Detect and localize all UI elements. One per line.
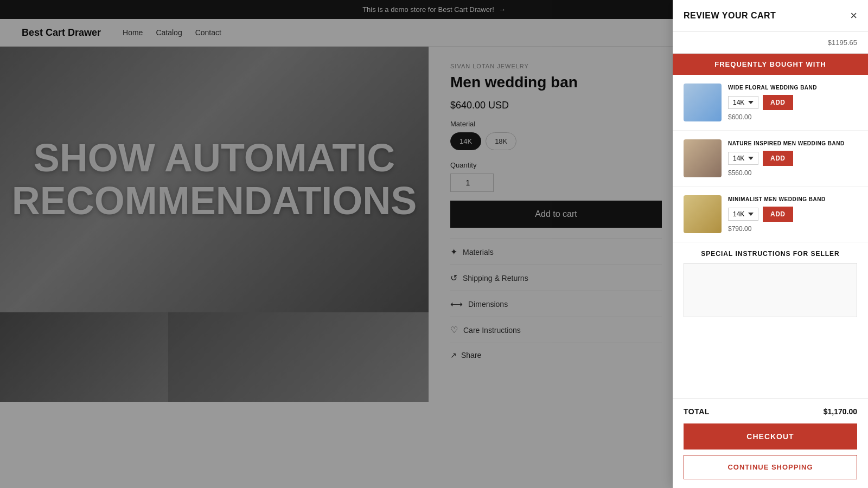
rec-select-row-2: 14K 18K ADD (728, 207, 857, 222)
accordion-care[interactable]: ♡ Care Instructions (450, 317, 662, 343)
rec-image-1 (684, 139, 722, 177)
cart-drawer: REVIEW YOUR CART × $1195.65 FREQUENTLY B… (673, 0, 868, 402)
material-18k[interactable]: 18K (486, 132, 516, 150)
rec-details-0: WIDE FLORAL WEDDING BAND 14K 18K ADD $60… (728, 85, 857, 121)
product-image-main: SHOW AUTOMATIC RECOMMENDATIONS (0, 47, 429, 312)
rec-details-2: MINIMALIST MEN WEDDING BAND 14K 18K ADD … (728, 196, 857, 233)
accordion-shipping-label: Shipping & Returns (463, 274, 528, 282)
product-info: SIVAN LOTAN JEWELRY Men wedding ban $640… (429, 47, 678, 402)
product-price: $640.00 USD (450, 100, 662, 111)
rec-select-2[interactable]: 14K 18K (728, 208, 758, 221)
nav-logo: Best Cart Drawer (22, 27, 101, 38)
accordion-dimensions-label: Dimensions (468, 300, 508, 309)
add-to-cart-button[interactable]: Add to cart (450, 201, 662, 228)
dimensions-icon: ⟷ (450, 299, 463, 309)
rec-name-1: NATURE INSPIRED MEN WEDDING BAND (728, 140, 857, 146)
rec-item-0: WIDE FLORAL WEDDING BAND 14K 18K ADD $60… (673, 75, 868, 131)
cart-header: REVIEW YOUR CART × (673, 0, 868, 32)
nav-links: Home Catalog Contact (123, 28, 221, 37)
cart-close-button[interactable]: × (850, 10, 857, 22)
banner-arrow: → (499, 5, 506, 14)
product-brand: SIVAN LOTAN JEWELRY (450, 63, 662, 69)
cart-title: REVIEW YOUR CART (684, 11, 776, 21)
product-accordion: ✦ Materials ↺ Shipping & Returns ⟷ Dimen… (450, 239, 662, 343)
product-images: SHOW AUTOMATIC RECOMMENDATIONS (0, 47, 429, 402)
rec-image-0 (684, 84, 722, 121)
accordion-materials[interactable]: ✦ Materials (450, 239, 662, 265)
accordion-dimensions[interactable]: ⟷ Dimensions (450, 291, 662, 317)
special-instructions: SPECIAL INSTRUCTIONS FOR SELLER (673, 242, 868, 328)
rec-item-1: NATURE INSPIRED MEN WEDDING BAND 14K 18K… (673, 131, 868, 187)
share-icon: ↗ (450, 351, 457, 359)
material-options: 14K 18K (450, 132, 662, 150)
materials-icon: ✦ (450, 247, 457, 257)
fbt-label: FREQUENTLY BOUGHT WITH (714, 60, 826, 68)
material-14k[interactable]: 14K (450, 132, 481, 150)
share-label: Share (461, 351, 481, 359)
quantity-label: Quantity (450, 161, 662, 169)
rec-select-1[interactable]: 14K 18K (728, 152, 758, 165)
fbt-section: FREQUENTLY BOUGHT WITH (673, 54, 868, 75)
rec-price-0: $600.00 (728, 113, 857, 121)
rec-select-row-1: 14K 18K ADD (728, 151, 857, 166)
rec-price-2: $790.00 (728, 225, 857, 233)
special-instructions-input[interactable] (684, 263, 857, 317)
rec-price-1: $560.00 (728, 169, 857, 177)
accordion-materials-label: Materials (463, 248, 494, 256)
nav-contact[interactable]: Contact (195, 28, 221, 37)
special-instructions-title: SPECIAL INSTRUCTIONS FOR SELLER (684, 242, 857, 263)
rec-add-button-2[interactable]: ADD (763, 207, 793, 222)
rec-details-1: NATURE INSPIRED MEN WEDDING BAND 14K 18K… (728, 140, 857, 177)
rec-select-row-0: 14K 18K ADD (728, 95, 857, 110)
accordion-care-label: Care Instructions (463, 326, 521, 335)
banner-text: This is a demo store for Best Cart Drawe… (362, 5, 494, 14)
accordion-shipping[interactable]: ↺ Shipping & Returns (450, 265, 662, 291)
cart-body: $1195.65 FREQUENTLY BOUGHT WITH WIDE FLO… (673, 32, 868, 398)
rec-name-0: WIDE FLORAL WEDDING BAND (728, 85, 857, 91)
cart-item-partial: $1195.65 (673, 32, 868, 54)
rec-name-2: MINIMALIST MEN WEDDING BAND (728, 196, 857, 202)
nav-home[interactable]: Home (123, 28, 143, 37)
material-label: Material (450, 120, 662, 128)
product-images-row (0, 312, 429, 402)
product-thumb-2 (168, 312, 429, 402)
care-icon: ♡ (450, 325, 458, 335)
product-thumb-1 (0, 312, 168, 402)
product-title: Men wedding ban (450, 74, 662, 91)
rec-select-0[interactable]: 14K 18K (728, 96, 758, 109)
cart-footer: TOTAL $1,170.00 CHECKOUT CONTINUE SHOPPI… (673, 398, 868, 402)
shipping-icon: ↺ (450, 273, 457, 283)
nav-catalog[interactable]: Catalog (156, 28, 182, 37)
partial-price: $1195.65 (684, 38, 857, 47)
rec-image-2 (684, 195, 722, 233)
quantity-input[interactable] (450, 174, 494, 192)
rec-add-button-1[interactable]: ADD (763, 151, 793, 166)
share-row[interactable]: ↗ Share (450, 343, 662, 359)
rec-add-button-0[interactable]: ADD (763, 95, 793, 110)
rec-item-2: MINIMALIST MEN WEDDING BAND 14K 18K ADD … (673, 187, 868, 242)
